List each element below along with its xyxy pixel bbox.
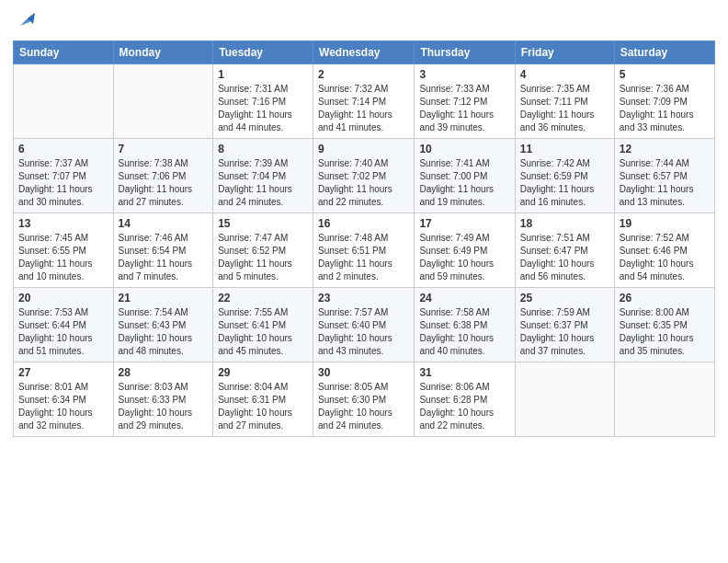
logo-text [13, 9, 35, 33]
day-info: Sunrise: 7:39 AM Sunset: 7:04 PM Dayligh… [218, 157, 308, 209]
day-number: 27 [18, 366, 108, 379]
calendar-cell: 6Sunrise: 7:37 AM Sunset: 7:07 PM Daylig… [14, 139, 114, 213]
col-header-sunday: Sunday [14, 41, 114, 64]
calendar-cell: 13Sunrise: 7:45 AM Sunset: 6:55 PM Dayli… [14, 213, 114, 288]
day-info: Sunrise: 7:33 AM Sunset: 7:12 PM Dayligh… [419, 83, 509, 134]
day-info: Sunrise: 7:52 AM Sunset: 6:46 PM Dayligh… [620, 232, 710, 283]
calendar-cell: 19Sunrise: 7:52 AM Sunset: 6:46 PM Dayli… [614, 213, 714, 288]
day-number: 25 [520, 292, 609, 304]
day-info: Sunrise: 8:06 AM Sunset: 6:28 PM Dayligh… [419, 381, 509, 432]
calendar-cell: 21Sunrise: 7:54 AM Sunset: 6:43 PM Dayli… [113, 288, 213, 362]
day-number: 31 [419, 366, 509, 379]
calendar-cell: 11Sunrise: 7:42 AM Sunset: 6:59 PM Dayli… [515, 139, 614, 213]
day-number: 3 [419, 68, 509, 81]
day-number: 14 [119, 217, 209, 230]
calendar-cell [614, 362, 714, 437]
day-number: 8 [218, 143, 308, 155]
calendar-cell: 27Sunrise: 8:01 AM Sunset: 6:34 PM Dayli… [14, 362, 114, 437]
calendar-cell: 5Sunrise: 7:36 AM Sunset: 7:09 PM Daylig… [614, 64, 714, 139]
day-info: Sunrise: 7:36 AM Sunset: 7:09 PM Dayligh… [620, 83, 710, 134]
day-info: Sunrise: 8:03 AM Sunset: 6:33 PM Dayligh… [119, 381, 209, 432]
col-header-monday: Monday [113, 41, 213, 64]
col-header-wednesday: Wednesday [313, 41, 415, 64]
calendar-week-row: 13Sunrise: 7:45 AM Sunset: 6:55 PM Dayli… [14, 213, 715, 288]
day-info: Sunrise: 7:45 AM Sunset: 6:55 PM Dayligh… [18, 232, 108, 283]
day-number: 17 [419, 217, 509, 230]
day-number: 21 [119, 292, 209, 304]
calendar-cell: 12Sunrise: 7:44 AM Sunset: 6:57 PM Dayli… [614, 139, 714, 213]
calendar-cell: 8Sunrise: 7:39 AM Sunset: 7:04 PM Daylig… [213, 139, 313, 213]
day-number: 19 [620, 217, 710, 230]
day-number: 20 [18, 292, 108, 304]
day-info: Sunrise: 7:42 AM Sunset: 6:59 PM Dayligh… [520, 157, 609, 209]
logo [13, 9, 35, 33]
calendar-cell: 20Sunrise: 7:53 AM Sunset: 6:44 PM Dayli… [14, 288, 114, 362]
day-number: 12 [620, 143, 710, 155]
calendar-cell: 9Sunrise: 7:40 AM Sunset: 7:02 PM Daylig… [313, 139, 415, 213]
day-info: Sunrise: 7:40 AM Sunset: 7:02 PM Dayligh… [318, 157, 409, 209]
calendar: SundayMondayTuesdayWednesdayThursdayFrid… [13, 40, 715, 437]
calendar-cell: 26Sunrise: 8:00 AM Sunset: 6:35 PM Dayli… [614, 288, 714, 362]
day-info: Sunrise: 7:37 AM Sunset: 7:07 PM Dayligh… [18, 157, 108, 209]
calendar-cell: 28Sunrise: 8:03 AM Sunset: 6:33 PM Dayli… [113, 362, 213, 437]
day-number: 15 [218, 217, 308, 230]
day-info: Sunrise: 7:59 AM Sunset: 6:37 PM Dayligh… [520, 306, 609, 358]
day-info: Sunrise: 7:49 AM Sunset: 6:49 PM Dayligh… [419, 232, 509, 283]
calendar-cell [113, 64, 213, 139]
calendar-cell: 2Sunrise: 7:32 AM Sunset: 7:14 PM Daylig… [313, 64, 415, 139]
day-number: 5 [620, 68, 710, 81]
calendar-cell: 4Sunrise: 7:35 AM Sunset: 7:11 PM Daylig… [515, 64, 614, 139]
page: SundayMondayTuesdayWednesdayThursdayFrid… [0, 0, 728, 563]
calendar-cell: 15Sunrise: 7:47 AM Sunset: 6:52 PM Dayli… [213, 213, 313, 288]
day-info: Sunrise: 7:51 AM Sunset: 6:47 PM Dayligh… [520, 232, 609, 283]
day-info: Sunrise: 8:01 AM Sunset: 6:34 PM Dayligh… [18, 381, 108, 432]
day-info: Sunrise: 7:46 AM Sunset: 6:54 PM Dayligh… [119, 232, 209, 283]
col-header-saturday: Saturday [614, 41, 714, 64]
day-number: 28 [119, 366, 209, 379]
day-number: 24 [419, 292, 509, 304]
day-number: 1 [218, 68, 308, 81]
calendar-cell: 23Sunrise: 7:57 AM Sunset: 6:40 PM Dayli… [313, 288, 415, 362]
day-number: 4 [520, 68, 609, 81]
calendar-cell: 1Sunrise: 7:31 AM Sunset: 7:16 PM Daylig… [213, 64, 313, 139]
calendar-week-row: 1Sunrise: 7:31 AM Sunset: 7:16 PM Daylig… [14, 64, 715, 139]
day-info: Sunrise: 7:48 AM Sunset: 6:51 PM Dayligh… [318, 232, 409, 283]
calendar-cell: 16Sunrise: 7:48 AM Sunset: 6:51 PM Dayli… [313, 213, 415, 288]
day-info: Sunrise: 7:35 AM Sunset: 7:11 PM Dayligh… [520, 83, 609, 134]
calendar-cell: 14Sunrise: 7:46 AM Sunset: 6:54 PM Dayli… [113, 213, 213, 288]
day-number: 6 [18, 143, 108, 155]
day-number: 10 [419, 143, 509, 155]
col-header-thursday: Thursday [415, 41, 515, 64]
calendar-cell: 7Sunrise: 7:38 AM Sunset: 7:06 PM Daylig… [113, 139, 213, 213]
calendar-week-row: 6Sunrise: 7:37 AM Sunset: 7:07 PM Daylig… [14, 139, 715, 213]
day-number: 13 [18, 217, 108, 230]
calendar-cell: 3Sunrise: 7:33 AM Sunset: 7:12 PM Daylig… [415, 64, 515, 139]
calendar-week-row: 20Sunrise: 7:53 AM Sunset: 6:44 PM Dayli… [14, 288, 715, 362]
day-info: Sunrise: 8:04 AM Sunset: 6:31 PM Dayligh… [218, 381, 308, 432]
day-number: 9 [318, 143, 409, 155]
day-number: 16 [318, 217, 409, 230]
calendar-cell: 24Sunrise: 7:58 AM Sunset: 6:38 PM Dayli… [415, 288, 515, 362]
day-info: Sunrise: 7:58 AM Sunset: 6:38 PM Dayligh… [419, 306, 509, 358]
calendar-cell [14, 64, 114, 139]
day-info: Sunrise: 7:32 AM Sunset: 7:14 PM Dayligh… [318, 83, 409, 134]
calendar-week-row: 27Sunrise: 8:01 AM Sunset: 6:34 PM Dayli… [14, 362, 715, 437]
day-number: 2 [318, 68, 409, 81]
day-number: 11 [520, 143, 609, 155]
calendar-cell: 25Sunrise: 7:59 AM Sunset: 6:37 PM Dayli… [515, 288, 614, 362]
day-number: 22 [218, 292, 308, 304]
day-info: Sunrise: 7:31 AM Sunset: 7:16 PM Dayligh… [218, 83, 308, 134]
calendar-cell: 18Sunrise: 7:51 AM Sunset: 6:47 PM Dayli… [515, 213, 614, 288]
day-number: 23 [318, 292, 409, 304]
day-info: Sunrise: 7:47 AM Sunset: 6:52 PM Dayligh… [218, 232, 308, 283]
calendar-cell: 30Sunrise: 8:05 AM Sunset: 6:30 PM Dayli… [313, 362, 415, 437]
calendar-cell: 10Sunrise: 7:41 AM Sunset: 7:00 PM Dayli… [415, 139, 515, 213]
day-number: 7 [119, 143, 209, 155]
day-number: 26 [620, 292, 710, 304]
day-number: 18 [520, 217, 609, 230]
calendar-cell: 17Sunrise: 7:49 AM Sunset: 6:49 PM Dayli… [415, 213, 515, 288]
day-info: Sunrise: 8:05 AM Sunset: 6:30 PM Dayligh… [318, 381, 409, 432]
header [13, 9, 715, 33]
day-info: Sunrise: 7:44 AM Sunset: 6:57 PM Dayligh… [620, 157, 710, 209]
day-info: Sunrise: 7:53 AM Sunset: 6:44 PM Dayligh… [18, 306, 108, 358]
